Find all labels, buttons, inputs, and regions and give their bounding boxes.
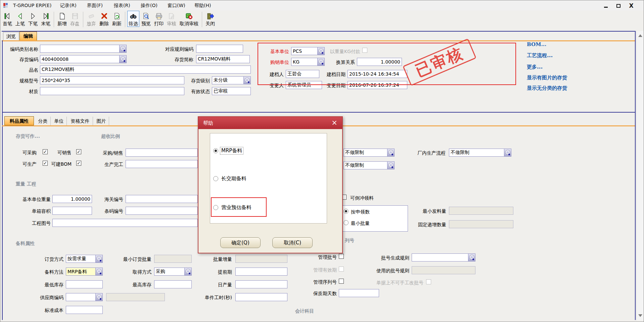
manage-batch-checkbox[interactable] xyxy=(339,254,344,259)
menu-window[interactable]: 窗口(W) xyxy=(166,0,187,10)
toolbar-new-button[interactable]: 新增 xyxy=(56,11,68,27)
link-process-flow[interactable]: 工艺流程... xyxy=(527,52,553,59)
min-stock-field[interactable] xyxy=(66,280,103,288)
min-batch-radio[interactable] xyxy=(343,220,349,225)
shelf-life-field[interactable] xyxy=(339,289,379,297)
tab-image[interactable]: 图片 xyxy=(94,117,109,126)
manage-expiry-checkbox[interactable] xyxy=(339,267,344,272)
drawing-field[interactable] xyxy=(52,219,198,227)
unit-weight-field[interactable]: 1.00000 xyxy=(52,195,92,203)
product-name-field[interactable]: CR12MOV精料 xyxy=(40,66,251,74)
lookup-icon[interactable] xyxy=(184,268,191,275)
link-show-unclassified[interactable]: 显示无分类的存货 xyxy=(527,85,567,91)
unit-time-field[interactable] xyxy=(235,293,287,301)
order-mode-field[interactable]: 按需求量 xyxy=(66,255,103,263)
option-longlead-radio[interactable] xyxy=(213,176,218,181)
menu-action[interactable]: 操作(O) xyxy=(139,0,159,10)
sellable-checkbox[interactable] xyxy=(76,149,81,154)
lookup-icon[interactable] xyxy=(387,162,394,169)
scroll-down-button[interactable] xyxy=(637,312,644,319)
batch-rule-field[interactable] xyxy=(412,253,475,261)
toolbar-save-button[interactable]: 存盘 xyxy=(69,11,81,27)
no-manual-batch-checkbox[interactable] xyxy=(426,279,431,284)
menu-report[interactable]: 报表(R) xyxy=(112,0,132,10)
manage-serial-checkbox[interactable] xyxy=(339,279,344,284)
restriction2-field[interactable]: 不做限制 xyxy=(343,161,395,169)
lookup-icon[interactable] xyxy=(119,55,126,63)
barcode-field[interactable] xyxy=(126,207,198,215)
toolbar-audit-button[interactable]: 审核 xyxy=(166,11,178,27)
leadtime-field[interactable] xyxy=(235,268,287,276)
toolbar-print-button[interactable]: 打印 xyxy=(153,11,165,27)
lookup-icon[interactable] xyxy=(95,293,102,301)
toolbar-delete-button[interactable]: 删除 xyxy=(98,11,110,27)
option-mrp-radio[interactable] xyxy=(213,148,218,153)
producible-checkbox[interactable] xyxy=(43,161,48,166)
std-cost-field[interactable] xyxy=(66,306,103,314)
over-done-field[interactable] xyxy=(126,160,198,168)
option-longlead-label[interactable]: 长交期备料 xyxy=(221,175,246,182)
over-ps-field[interactable] xyxy=(126,149,198,157)
toolbar-last-button[interactable]: 末笔 xyxy=(40,11,52,27)
tab-unit[interactable]: 单位 xyxy=(51,117,67,126)
prepare-method-field[interactable]: MRP备料 xyxy=(66,268,103,276)
dialog-ok-button[interactable]: 确定(Q) xyxy=(220,237,261,248)
lookup-icon[interactable] xyxy=(504,149,511,156)
link-bom[interactable]: BOM... xyxy=(527,41,546,47)
restore-button[interactable] xyxy=(614,2,623,9)
scroll-up-button[interactable] xyxy=(637,32,644,39)
lookup-icon[interactable] xyxy=(95,255,102,263)
item-code-field[interactable]: 400400008 xyxy=(40,55,127,63)
menu-record[interactable]: 记录(R) xyxy=(58,0,79,10)
link-show-with-image[interactable]: 显示有图片的存货 xyxy=(527,75,567,81)
toolbar-prev-button[interactable]: 上笔 xyxy=(14,11,26,27)
help-dialog-titlebar[interactable]: 帮助 xyxy=(198,117,342,129)
purchasable-checkbox[interactable] xyxy=(43,149,48,154)
lookup-icon[interactable] xyxy=(317,58,324,66)
menu-help[interactable]: 帮助(H) xyxy=(192,0,213,10)
restriction1-field[interactable]: 不做限制 xyxy=(343,149,395,157)
vertical-scrollbar[interactable] xyxy=(636,31,644,320)
bom-allowed-checkbox[interactable] xyxy=(76,161,81,166)
menu-app[interactable]: T-GROUP ERP(E) xyxy=(11,0,53,10)
conversion-field[interactable]: 1.00000 xyxy=(357,58,402,66)
minimize-button[interactable] xyxy=(601,2,610,9)
link-more[interactable]: 更多... xyxy=(527,64,543,70)
max-stock-field[interactable] xyxy=(154,280,192,288)
toolbar-refresh-button[interactable]: 刷新 xyxy=(111,11,123,27)
daily-output-field[interactable] xyxy=(235,280,287,288)
toolbar-cancel-audit-button[interactable]: 取消审核 xyxy=(178,11,200,27)
lookup-icon[interactable] xyxy=(119,45,126,52)
toolbar-next-button[interactable]: 下笔 xyxy=(27,11,39,27)
obtain-mode-field[interactable]: 采购 xyxy=(154,268,192,276)
tab-item-attributes[interactable]: 料品属性 xyxy=(4,116,34,125)
customs-field[interactable] xyxy=(126,195,198,203)
dialog-close-button[interactable]: × xyxy=(330,118,339,127)
tab-edit[interactable]: 编辑 xyxy=(19,32,37,41)
short-name-field[interactable]: CR12MOV精料 xyxy=(196,55,250,63)
factory-flow-field[interactable]: 不做限制 xyxy=(449,149,511,157)
base-unit-field[interactable]: PCS xyxy=(291,47,325,55)
toolbar-abandon-button[interactable]: 放弃 xyxy=(85,11,97,27)
tab-browse[interactable]: 浏览 xyxy=(3,32,19,41)
option-mrp-label[interactable]: MRP备料 xyxy=(220,147,243,155)
tab-classification[interactable]: 分类 xyxy=(35,117,51,126)
option-forecast-label[interactable]: 营业预估备料 xyxy=(221,204,251,211)
lookup-icon[interactable] xyxy=(317,47,324,55)
supplier-field[interactable] xyxy=(66,293,103,301)
menu-ui[interactable]: 界面(F) xyxy=(85,0,105,10)
toolbar-close-button[interactable]: 关闭 xyxy=(204,11,216,27)
option-forecast-radio[interactable] xyxy=(213,205,218,210)
level-field[interactable]: 未分级 xyxy=(212,76,251,84)
pay-by-weight-checkbox[interactable] xyxy=(362,48,367,53)
toolbar-filter-button[interactable]: 筛选 xyxy=(127,11,139,27)
by-application-radio[interactable] xyxy=(343,209,349,214)
material-field[interactable] xyxy=(40,87,184,95)
lookup-icon[interactable] xyxy=(95,268,102,275)
code-class-field[interactable] xyxy=(40,45,127,53)
box-volume-field[interactable] xyxy=(52,207,92,215)
lookup-icon[interactable] xyxy=(468,254,475,261)
rule-code-field[interactable] xyxy=(196,45,243,53)
close-window-button[interactable]: X xyxy=(627,2,636,9)
lookup-icon[interactable] xyxy=(387,149,394,156)
